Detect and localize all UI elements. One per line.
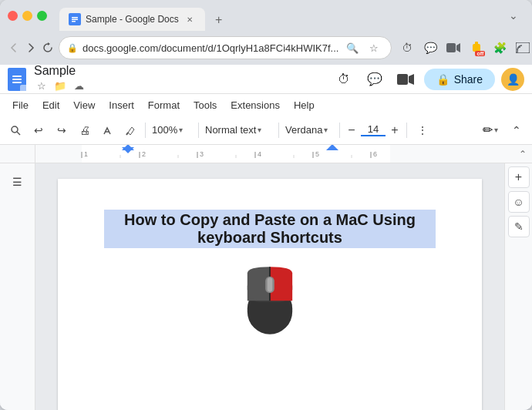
docs-header-right: ⏱ 💬 🔒 Share 👤 xyxy=(332,67,524,92)
svg-rect-7 xyxy=(475,42,478,45)
outline-button[interactable]: ☰ xyxy=(7,171,29,193)
fullscreen-button[interactable] xyxy=(37,11,47,21)
separator-4 xyxy=(339,123,340,138)
pencil-icon: ✏ xyxy=(483,123,493,137)
extension-off-icon[interactable]: off xyxy=(466,37,487,59)
back-button[interactable] xyxy=(8,37,20,59)
comment-icon[interactable]: 💬 xyxy=(419,37,441,59)
svg-text:4: 4 xyxy=(258,150,261,158)
tab-favicon xyxy=(69,13,81,25)
mouse-illustration xyxy=(104,264,436,341)
edit-chevron: ▾ xyxy=(494,126,498,134)
menu-insert[interactable]: Insert xyxy=(103,97,140,113)
svg-text:3: 3 xyxy=(200,150,204,158)
font-size-value[interactable]: 14 xyxy=(361,123,386,136)
user-avatar[interactable]: 👤 xyxy=(501,68,524,91)
ruler-area: 1 2 3 4 5 6 xyxy=(0,145,532,163)
add-comment-button[interactable]: + xyxy=(508,166,530,188)
search-toolbar-btn[interactable] xyxy=(5,119,26,141)
svg-line-15 xyxy=(17,132,20,135)
mouse-svg xyxy=(235,264,305,341)
text-style-selector[interactable]: Normal text ▾ xyxy=(202,120,275,140)
zoom-selector[interactable]: 100% ▾ xyxy=(149,120,195,140)
forward-button[interactable] xyxy=(25,37,37,59)
menu-view[interactable]: View xyxy=(67,97,101,113)
svg-rect-3 xyxy=(72,21,76,22)
separator-1 xyxy=(145,123,146,138)
zoom-chevron: ▾ xyxy=(179,126,183,134)
docs-header: Sample ☆ 📁 ☁ ⏱ 💬 🔒 Share 👤 xyxy=(0,65,532,94)
svg-rect-1 xyxy=(72,17,78,18)
menu-help[interactable]: Help xyxy=(288,97,321,113)
version-history-icon[interactable]: ⏱ xyxy=(332,67,356,92)
active-tab[interactable]: Sample - Google Docs ✕ xyxy=(59,8,205,31)
print-button[interactable]: 🖨 xyxy=(74,119,96,141)
video-icon[interactable] xyxy=(443,37,464,59)
right-sidebar: + ☺ ✎ xyxy=(504,163,532,410)
emoji-reaction-button[interactable]: ☺ xyxy=(508,191,530,213)
page-area[interactable]: How to Copy and Paste on a MaC Using key… xyxy=(35,163,504,410)
svg-marker-13 xyxy=(409,74,414,85)
docs-title-group: Sample ☆ 📁 ☁ xyxy=(34,65,86,93)
minimize-button[interactable] xyxy=(22,11,32,21)
menu-tools[interactable]: Tools xyxy=(187,97,223,113)
svg-marker-5 xyxy=(456,43,460,52)
separator-2 xyxy=(198,123,199,138)
font-size-area: − 14 + xyxy=(343,122,403,139)
edit-mode-btn[interactable]: ✏ ▾ xyxy=(476,120,504,139)
docs-app: Sample ☆ 📁 ☁ ⏱ 💬 🔒 Share 👤 xyxy=(0,65,532,410)
decrease-font-size[interactable]: − xyxy=(343,122,360,139)
document-page: How to Copy and Paste on a MaC Using key… xyxy=(58,179,482,410)
folder-icon[interactable]: 📁 xyxy=(52,78,68,93)
docs-title-icons: ☆ 📁 ☁ xyxy=(34,78,86,93)
ruler-left-panel xyxy=(0,145,35,163)
url-text: docs.google.com/document/d/1OqrlyH1a8FCi… xyxy=(82,42,338,54)
window-minimize-icon[interactable]: ⌄ xyxy=(503,5,524,26)
bookmark-icon[interactable]: ☆ xyxy=(365,39,383,57)
comments-icon[interactable]: 💬 xyxy=(362,67,387,92)
search-url-icon[interactable]: 🔍 xyxy=(343,39,362,57)
ruler-collapse-btn[interactable]: ⌃ xyxy=(513,145,532,163)
ruler-content: 1 2 3 4 5 6 xyxy=(35,145,532,163)
traffic-lights xyxy=(8,11,47,21)
svg-line-17 xyxy=(126,133,128,135)
tab-close-button[interactable]: ✕ xyxy=(184,13,196,25)
meet-icon[interactable] xyxy=(393,67,418,92)
undo-button[interactable]: ↩ xyxy=(28,119,49,141)
paintformat-button[interactable] xyxy=(120,119,142,141)
format-toolbar: ↩ ↪ 🖨 100% ▾ Normal text ▾ Verdana ▾ xyxy=(0,116,532,145)
menu-file[interactable]: File xyxy=(6,97,35,113)
refresh-button[interactable] xyxy=(42,37,54,59)
font-selector[interactable]: Verdana ▾ xyxy=(282,120,336,140)
svg-text:6: 6 xyxy=(373,150,377,158)
collapse-toolbar-btn[interactable]: ⌃ xyxy=(506,119,527,141)
suggest-edit-button[interactable]: ✎ xyxy=(508,216,530,237)
title-bar: Sample - Google Docs ✕ + ⌄ xyxy=(0,0,532,31)
address-bar: 🔒 docs.google.com/document/d/1OqrlyH1a8F… xyxy=(0,31,532,65)
close-button[interactable] xyxy=(8,11,18,21)
puzzle-icon[interactable]: 🧩 xyxy=(489,37,510,59)
cast-icon[interactable] xyxy=(512,37,532,59)
separator-5 xyxy=(406,123,407,138)
svg-text:2: 2 xyxy=(142,150,146,158)
svg-point-14 xyxy=(12,126,18,133)
url-bar[interactable]: 🔒 docs.google.com/document/d/1OqrlyH1a8F… xyxy=(59,36,392,59)
svg-rect-44 xyxy=(268,277,273,291)
star-icon[interactable]: ☆ xyxy=(34,78,49,93)
menu-edit[interactable]: Edit xyxy=(36,97,66,113)
browser-window: Sample - Google Docs ✕ + ⌄ 🔒 docs.google… xyxy=(0,0,532,410)
font-value: Verdana xyxy=(285,124,322,136)
style-chevron: ▾ xyxy=(258,126,261,134)
menu-bar: File Edit View Insert Format Tools Exten… xyxy=(0,94,532,116)
redo-button[interactable]: ↪ xyxy=(51,119,72,141)
share-button[interactable]: 🔒 Share xyxy=(424,69,495,90)
increase-font-size[interactable]: + xyxy=(386,122,403,139)
spellcheck-button[interactable] xyxy=(97,119,119,141)
cloud-icon[interactable]: ☁ xyxy=(71,78,86,93)
more-options-button[interactable]: ⋮ xyxy=(412,119,433,141)
menu-format[interactable]: Format xyxy=(142,97,186,113)
doc-title[interactable]: Sample xyxy=(34,65,86,77)
new-tab-button[interactable]: + xyxy=(208,9,230,31)
history-icon[interactable]: ⏱ xyxy=(396,37,418,59)
menu-extensions[interactable]: Extensions xyxy=(224,97,286,113)
